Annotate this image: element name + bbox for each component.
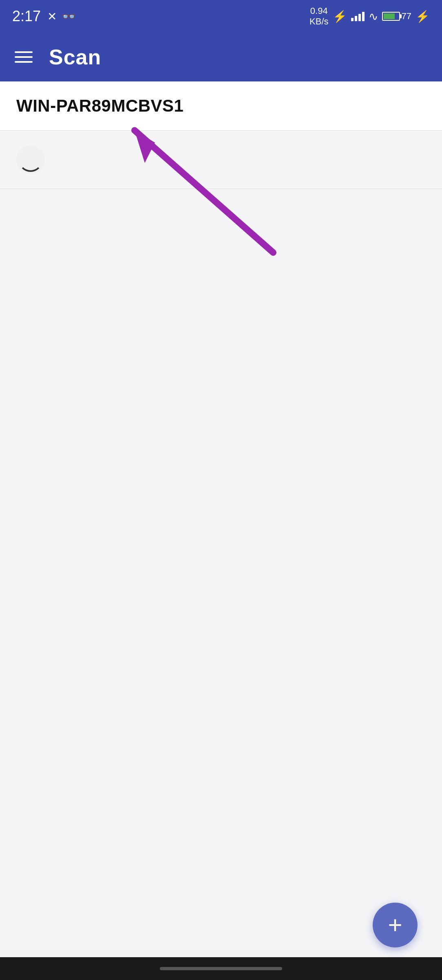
hamburger-line-1 (15, 51, 33, 53)
loading-spinner-container (16, 145, 45, 174)
app-bar: Scan (0, 33, 442, 81)
status-time: 2:17 (12, 8, 41, 25)
content-area: WIN-PAR89MCBVS1 (0, 81, 442, 922)
network-speed: 0.94KB/s (309, 6, 328, 27)
empty-content-space (0, 189, 442, 922)
bottom-navigation-bar (0, 957, 442, 980)
loading-row (0, 131, 442, 189)
loading-spinner (18, 147, 43, 172)
hamburger-line-2 (15, 56, 33, 58)
hamburger-menu-button[interactable] (15, 51, 33, 63)
hamburger-line-3 (15, 61, 33, 63)
signal-bar-3 (358, 14, 361, 21)
status-icons-left: ✕ 👓 (47, 10, 76, 23)
status-bar-right: 0.94KB/s ⚡ ∿ 77 ⚡ (309, 6, 430, 27)
home-indicator (160, 967, 282, 970)
charging-icon: ⚡ (415, 10, 430, 23)
page-title: Scan (49, 45, 101, 69)
add-icon: + (388, 913, 402, 937)
signal-bars (351, 11, 365, 21)
status-bar-left: 2:17 ✕ 👓 (12, 8, 76, 25)
device-name: WIN-PAR89MCBVS1 (16, 96, 183, 115)
debug-icon: 👓 (62, 10, 76, 23)
add-fab-button[interactable]: + (373, 903, 418, 947)
signal-bar-2 (355, 16, 357, 21)
wifi-icon: ∿ (369, 10, 378, 23)
status-bar: 2:17 ✕ 👓 0.94KB/s ⚡ ∿ 77 ⚡ (0, 0, 442, 33)
signal-bar-4 (362, 12, 365, 21)
battery-box (382, 12, 400, 21)
bluetooth-icon: ⚡ (333, 10, 347, 23)
signal-bar-1 (351, 18, 354, 21)
battery-indicator: 77 (382, 11, 411, 22)
device-list-item[interactable]: WIN-PAR89MCBVS1 (0, 81, 442, 131)
battery-fill (384, 13, 395, 19)
gps-icon: ✕ (47, 10, 57, 23)
battery-percent: 77 (402, 11, 411, 22)
